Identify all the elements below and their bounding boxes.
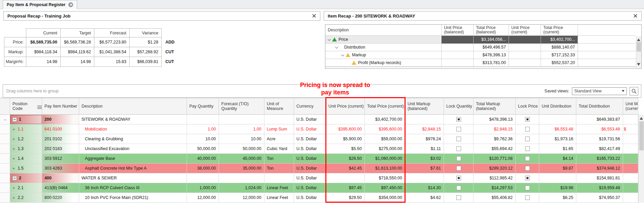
cell-total-distribution[interactable]: $19,731.56: [576, 134, 623, 144]
cell-unit-distribution[interactable]: [539, 115, 576, 124]
cell-total-markup-balanced[interactable]: $55,406.82: [474, 193, 516, 203]
close-icon[interactable]: [312, 14, 316, 18]
ir-profit-total-balanced[interactable]: $313,781.00: [474, 59, 509, 67]
cell-lock-price[interactable]: [516, 164, 539, 173]
cell-description[interactable]: 10 Inch PVC Force Main (SDR21): [79, 193, 187, 203]
cell-currency[interactable]: U.S. Dollar: [294, 124, 326, 134]
cell-pay-item-number[interactable]: 202 0183: [42, 144, 79, 154]
cell-total-markup-balanced[interactable]: $112,985.42: [474, 173, 516, 183]
column-header-lock-price[interactable]: Lock Price: [516, 98, 539, 115]
column-header-currency[interactable]: Currency: [294, 98, 326, 115]
cell-lock-price[interactable]: [516, 124, 539, 134]
collapse-icon[interactable]: −: [12, 117, 17, 122]
cell-unit-markup-current[interactable]: [623, 173, 638, 183]
cell-position-code[interactable]: +1.3: [10, 144, 42, 154]
cell-pay-quantity[interactable]: [187, 173, 219, 183]
cell-total-markup-balanced[interactable]: $478,396.13: [474, 115, 516, 124]
cell-description[interactable]: Clearing & Grubbing: [79, 134, 187, 144]
lock-quantity-checkbox[interactable]: [456, 146, 461, 151]
lock-quantity-checkbox[interactable]: [456, 195, 461, 200]
search-button[interactable]: [630, 87, 638, 95]
margin-forecast[interactable]: 15.83: [94, 57, 130, 67]
price-current[interactable]: $6,569,735.00: [26, 37, 61, 47]
cell-position-code[interactable]: +1.5: [10, 164, 42, 173]
cell-pay-quantity[interactable]: 38,000.00: [187, 164, 219, 173]
cell-unit-price-current[interactable]: $395,600.00: [326, 124, 365, 134]
cell-total-price-current[interactable]: $395,600.00: [365, 124, 405, 134]
expand-icon[interactable]: +: [12, 166, 15, 171]
cell-description[interactable]: Mobilization: [79, 124, 187, 134]
cell-pay-quantity[interactable]: 1.00: [187, 124, 219, 134]
cell-unit-distribution[interactable]: $19.96: [539, 183, 576, 193]
cell-unit-markup-balanced[interactable]: [405, 173, 444, 183]
cell-unit-price-current[interactable]: [326, 115, 365, 124]
markup-forecast[interactable]: $1,041,388.54: [94, 47, 130, 57]
cell-pay-item-number[interactable]: 400: [42, 173, 79, 183]
column-header-position-code[interactable]: Position Code: [10, 98, 42, 115]
cell-lock-quantity[interactable]: [444, 193, 474, 203]
cell-position-code[interactable]: −2: [10, 173, 42, 183]
cell-currency[interactable]: U.S. Dollar: [294, 193, 326, 203]
cell-total-distribution[interactable]: $19,959.48: [576, 183, 623, 193]
cell-forecast-t-o-quantity[interactable]: 50,000.00: [219, 144, 264, 154]
column-header-pay-item-number[interactable]: Pay Item Number: [42, 98, 79, 115]
cell-description[interactable]: WATER & SEWER: [79, 173, 187, 183]
lock-price-checkbox[interactable]: [525, 127, 530, 132]
cell-description[interactable]: 36 Inch RCP Culvert Class III: [79, 183, 187, 193]
cell-forecast-t-o-quantity[interactable]: 1,024.00: [219, 183, 264, 193]
cell-lock-price[interactable]: [516, 144, 539, 154]
cell-total-price-current[interactable]: $1,060,000.00: [365, 154, 405, 164]
ir-dist-total-balanced[interactable]: $649,496.57: [474, 44, 509, 51]
cell-unit-distribution[interactable]: $4.14: [539, 154, 576, 164]
lock-price-checkbox[interactable]: [525, 117, 530, 122]
column-header-total-price-current[interactable]: Total Price (current): [365, 98, 405, 115]
cell-unit-price-current[interactable]: $42.45: [326, 164, 365, 173]
cell-currency[interactable]: U.S. Dollar: [294, 144, 326, 154]
cell-description[interactable]: Aggregate Base: [79, 154, 187, 164]
tab-close-icon[interactable]: [68, 2, 73, 7]
cell-total-markup-balanced[interactable]: $55,694.42: [474, 144, 516, 154]
cell-lock-quantity[interactable]: [444, 124, 474, 134]
ir-markup-total-balanced[interactable]: $478,396.13: [474, 51, 509, 59]
grid-scrollbar[interactable]: [638, 115, 644, 203]
cell-position-code[interactable]: +1.4: [10, 154, 42, 164]
chevron-down-icon[interactable]: [622, 90, 624, 92]
cell-unit-markup-balanced[interactable]: $14.30: [405, 183, 444, 193]
column-header-unit-markup-current[interactable]: Unit Markup (current): [623, 98, 638, 115]
cell-position-code[interactable]: +1.2: [10, 134, 42, 144]
cell-total-price-current[interactable]: $59,000.00: [365, 134, 405, 144]
cell-total-distribution[interactable]: $165,733.22: [576, 154, 623, 164]
cell-lock-price[interactable]: [516, 134, 539, 144]
cell-lock-quantity[interactable]: [444, 115, 474, 124]
cell-lock-price[interactable]: [516, 173, 539, 183]
cell-currency[interactable]: U.S. Dollar: [294, 173, 326, 183]
margin-target[interactable]: 14.98: [60, 57, 94, 67]
cell-unit-markup-current[interactable]: [623, 164, 638, 173]
column-header-total-markup-balanced[interactable]: Total Markup (balanced): [474, 98, 516, 115]
cell-currency[interactable]: U.S. Dollar: [294, 154, 326, 164]
cell-unit-markup-balanced[interactable]: $4.62: [405, 193, 444, 203]
lock-quantity-checkbox[interactable]: [456, 166, 461, 171]
cell-total-distribution[interactable]: $649,383.87: [576, 115, 623, 124]
column-header-unit-price-current[interactable]: Unit Price (current): [326, 98, 365, 115]
cell-pay-item-number[interactable]: 800 0220: [42, 193, 79, 203]
cell-unit-price-current[interactable]: $5.50: [326, 144, 365, 154]
cell-total-distribution[interactable]: $74,950.37: [576, 193, 623, 203]
cell-pay-item-number[interactable]: 413(B) 0464: [42, 183, 79, 193]
cell-unit-markup-current[interactable]: [623, 154, 638, 164]
cell-unit-markup-balanced[interactable]: $3.02: [405, 154, 444, 164]
lock-quantity-checkbox[interactable]: [456, 156, 461, 161]
ir-price-total-balanced[interactable]: $3,164,056...: [474, 36, 509, 44]
cell-unit-markup-current[interactable]: [623, 115, 638, 124]
cell-currency[interactable]: U.S. Dollar: [294, 164, 326, 173]
cell-position-code[interactable]: −1: [10, 115, 42, 124]
column-header-unit-of-measure[interactable]: Unit of Measure: [264, 98, 294, 115]
lock-price-checkbox[interactable]: [525, 156, 530, 161]
lock-price-checkbox[interactable]: [525, 176, 530, 180]
cell-total-markup-balanced[interactable]: $120,771.08: [474, 154, 516, 164]
scroll-down-icon[interactable]: [637, 63, 640, 67]
cell-total-markup-balanced[interactable]: $289,320.12: [474, 164, 516, 173]
cell-unit-distribution[interactable]: $1,973.16: [539, 134, 576, 144]
markup-variance[interactable]: $57,268.92: [129, 47, 162, 57]
expand-icon[interactable]: +: [12, 146, 15, 151]
